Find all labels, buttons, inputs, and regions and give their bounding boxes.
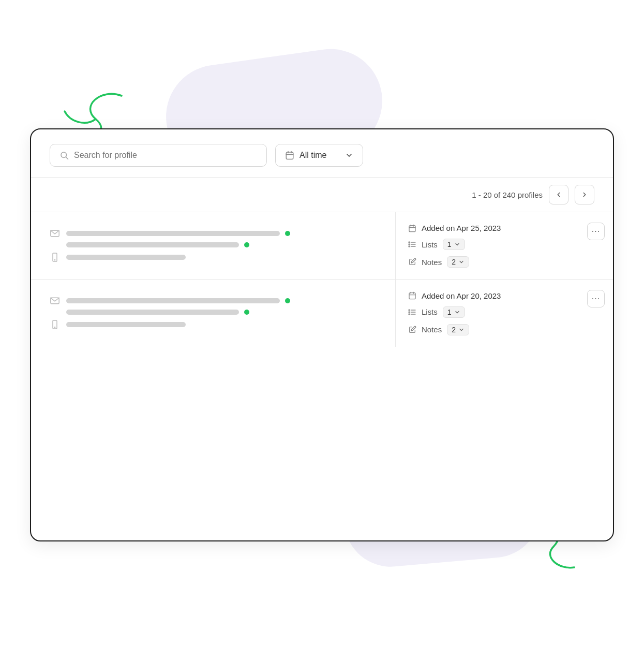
calendar-icon [285,151,294,160]
date-filter-left: All time [285,151,326,160]
profile-left-1 [31,212,396,279]
search-bar[interactable] [50,144,267,167]
lists-icon [408,240,416,248]
date-filter-dropdown[interactable]: All time [275,144,363,167]
field-bar-2 [66,242,239,247]
field-bar-wrap-4 [66,298,381,303]
arrow-right-icon [581,191,588,198]
field-bar-wrap-3 [66,255,381,260]
more-options-button-1[interactable]: ··· [587,223,605,240]
calendar-icon-small [408,224,416,232]
field-bar-wrap-2 [66,242,381,247]
main-card: All time 1 - 20 of 240 profiles [30,128,614,541]
profile-left-2 [31,280,396,347]
profile-field-phone-2 [50,320,381,329]
notes-count-badge-1[interactable]: 2 [447,256,469,268]
date-added-text: Added on Apr 25, 2023 [422,224,501,232]
notes-count-value-1: 2 [452,258,456,266]
more-options-button-2[interactable]: ··· [587,290,605,307]
phone-icon-2 [50,320,60,329]
phone-icon [50,253,60,262]
profile-lists-row-1: Lists 1 [408,239,601,250]
table-row: Added on Apr 20, 2023 Lists 1 [31,280,613,347]
notes-count-value-2: 2 [452,326,456,334]
lists-label-2: Lists [422,307,438,316]
pagination-text: 1 - 20 of 240 profiles [472,190,543,199]
lists-count-value: 1 [447,240,452,248]
field-bar-6 [66,322,186,327]
profile-field-secondary-1 [50,242,381,247]
notes-label-2: Notes [422,325,442,334]
chevron-down-icon-lists-2 [454,309,460,315]
lists-icon-2 [408,308,416,316]
profile-field-secondary-2 [50,310,381,315]
svg-rect-8 [409,225,415,231]
profile-date-1: Added on Apr 25, 2023 [408,224,601,232]
field-bar-4 [66,298,280,303]
svg-point-28 [409,312,410,313]
svg-point-27 [409,310,410,311]
profile-date-2: Added on Apr 20, 2023 [408,291,601,300]
lists-count-badge-2[interactable]: 1 [443,306,465,318]
svg-rect-2 [286,152,293,159]
field-bar-wrap-5 [66,310,381,315]
svg-point-16 [409,244,410,245]
chevron-down-icon [345,151,353,159]
pagination-prev-button[interactable] [549,185,568,204]
notes-count-badge-2[interactable]: 2 [447,324,469,335]
pagination-row: 1 - 20 of 240 profiles [31,178,613,212]
profile-field-email-2 [50,297,381,304]
notes-icon [408,258,416,266]
date-filter-label: All time [299,151,326,160]
pagination-next-button[interactable] [575,185,594,204]
email-icon [50,230,60,237]
chevron-down-icon-notes-2 [458,327,465,333]
status-dot-green [285,231,290,236]
date-added-text-2: Added on Apr 20, 2023 [422,291,501,300]
email-icon-2 [50,297,60,304]
field-bar-5 [66,310,239,315]
profile-notes-row-2: Notes 2 [408,324,601,335]
profile-lists-row-2: Lists 1 [408,306,601,318]
arrow-left-icon [555,191,562,198]
status-dot-green-3 [285,298,290,303]
profile-right-1: Added on Apr 25, 2023 Lists 1 [396,212,613,279]
svg-line-1 [66,157,68,159]
svg-point-15 [409,242,410,243]
chevron-down-icon-lists [454,241,460,247]
notes-icon-2 [408,326,416,334]
profile-field-phone-1 [50,253,381,262]
svg-point-29 [409,314,410,315]
svg-point-19 [54,327,55,328]
profile-list: Added on Apr 25, 2023 Lists 1 [31,212,613,540]
status-dot-green-4 [244,310,249,315]
profile-field-email-1 [50,230,381,237]
lists-count-value-2: 1 [447,308,452,316]
search-input[interactable] [74,151,257,160]
calendar-icon-small-2 [408,291,416,300]
svg-point-17 [409,246,410,247]
svg-point-7 [54,259,55,260]
field-bar-wrap [66,231,381,236]
lists-label: Lists [422,240,438,249]
status-dot-green-2 [244,242,249,247]
chevron-down-icon-notes-1 [458,259,465,265]
card-header: All time [31,129,613,178]
field-bar-3 [66,255,186,260]
field-bar [66,231,280,236]
table-row: Added on Apr 25, 2023 Lists 1 [31,212,613,280]
search-icon [59,151,69,160]
profile-notes-row-1: Notes 2 [408,256,601,268]
field-bar-wrap-6 [66,322,381,327]
lists-count-badge[interactable]: 1 [443,239,465,250]
svg-rect-20 [409,293,415,299]
notes-label-1: Notes [422,258,442,267]
profile-right-2: Added on Apr 20, 2023 Lists 1 [396,280,613,347]
